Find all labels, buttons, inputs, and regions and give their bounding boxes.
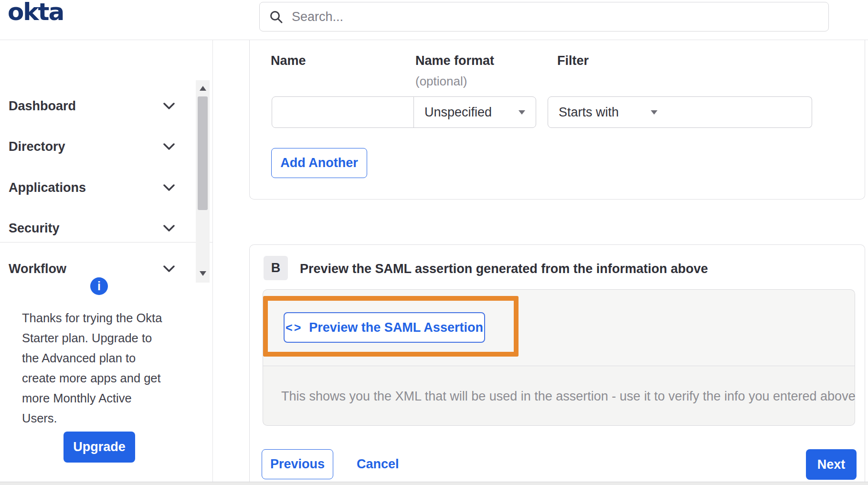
name-format-column-label: Name format bbox=[415, 53, 494, 68]
caret-down-icon bbox=[651, 110, 657, 115]
info-icon: i bbox=[90, 277, 108, 295]
filter-value-field bbox=[668, 96, 812, 128]
search-input[interactable] bbox=[291, 9, 819, 25]
cancel-button[interactable]: Cancel bbox=[357, 457, 399, 472]
chevron-down-icon bbox=[163, 225, 175, 232]
filter-operator-selected-value: Starts with bbox=[559, 105, 619, 120]
scroll-up-arrow-icon[interactable] bbox=[200, 86, 206, 91]
sidebar-item-security[interactable]: Security bbox=[9, 215, 175, 242]
name-format-optional-hint: (optional) bbox=[415, 74, 467, 89]
name-column-label: Name bbox=[271, 53, 306, 68]
sidebar-nav: Dashboard Directory Applications Securit… bbox=[0, 40, 213, 242]
name-format-selected-value: Unspecified bbox=[424, 105, 492, 120]
sidebar-item-dashboard[interactable]: Dashboard bbox=[9, 93, 175, 119]
sidebar-main-divider bbox=[212, 40, 213, 485]
code-icon: <> bbox=[286, 321, 302, 335]
sidebar-item-label: Dashboard bbox=[9, 99, 76, 114]
global-search-box bbox=[259, 2, 829, 32]
filter-operator-select[interactable]: Starts with bbox=[548, 96, 668, 128]
search-icon bbox=[269, 10, 283, 24]
preview-saml-assertion-button[interactable]: <> Preview the SAML Assertion bbox=[284, 312, 485, 343]
next-button[interactable]: Next bbox=[806, 449, 857, 480]
upgrade-message: Thanks for trying the Okta Starter plan.… bbox=[22, 308, 165, 428]
caret-down-icon bbox=[519, 110, 525, 115]
filter-value-input[interactable] bbox=[668, 97, 812, 127]
okta-logo[interactable]: okta bbox=[8, 0, 64, 26]
attribute-name-field bbox=[272, 96, 414, 128]
preview-saml-assertion-button-label: Preview the SAML Assertion bbox=[309, 320, 483, 335]
sidebar-item-label: Directory bbox=[9, 139, 65, 154]
sidebar-item-label: Security bbox=[9, 221, 60, 236]
chevron-down-icon bbox=[163, 265, 175, 273]
preview-description-text: This shows you the XML that will be used… bbox=[281, 389, 856, 404]
okta-admin-app: okta Dashboard Directory Applications bbox=[0, 0, 868, 485]
sidebar-item-applications[interactable]: Applications bbox=[9, 174, 175, 201]
upgrade-button[interactable]: Upgrade bbox=[64, 432, 135, 463]
sidebar-item-label: Applications bbox=[9, 180, 86, 195]
sidebar-item-workflow[interactable]: Workflow bbox=[9, 255, 175, 282]
filter-column-label: Filter bbox=[557, 53, 589, 68]
attribute-name-input[interactable] bbox=[272, 97, 413, 127]
add-another-button[interactable]: Add Another bbox=[271, 148, 367, 178]
page-bottom-edge bbox=[0, 482, 868, 485]
scroll-down-arrow-icon[interactable] bbox=[200, 271, 206, 276]
chevron-down-icon bbox=[163, 143, 175, 150]
sidebar-scrollbar[interactable] bbox=[196, 80, 210, 283]
step-b-badge: B bbox=[264, 256, 288, 280]
preview-section-title: Preview the SAML assertion generated fro… bbox=[300, 262, 708, 276]
sidebar-item-directory[interactable]: Directory bbox=[9, 133, 175, 160]
sidebar-item-label: Workflow bbox=[9, 262, 66, 276]
chevron-down-icon bbox=[163, 184, 175, 191]
scrollbar-thumb[interactable] bbox=[198, 96, 208, 210]
chevron-down-icon bbox=[163, 103, 175, 110]
previous-button[interactable]: Previous bbox=[262, 449, 333, 479]
name-format-select[interactable]: Unspecified bbox=[413, 96, 536, 128]
top-header-bar: okta bbox=[0, 0, 868, 40]
